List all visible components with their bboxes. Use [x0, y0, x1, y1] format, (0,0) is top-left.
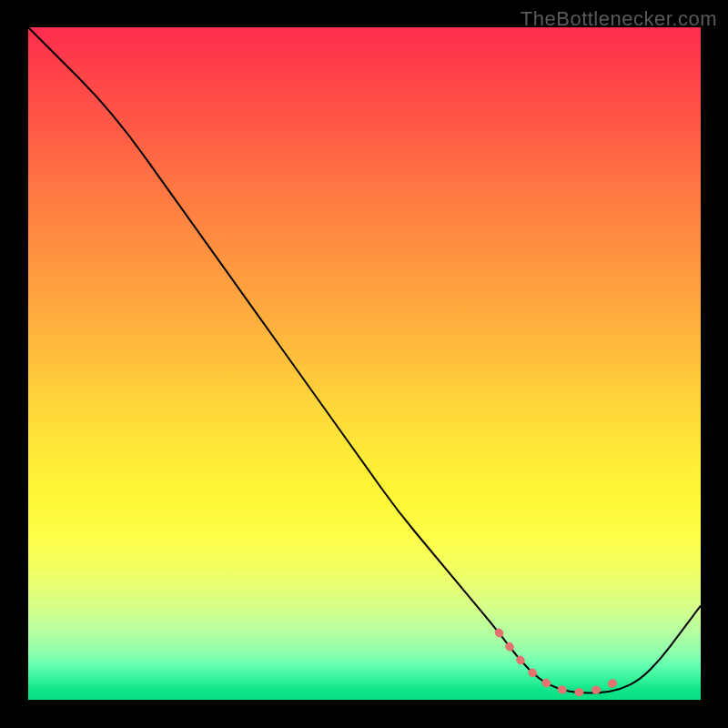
- optimal-range-marker: [499, 632, 620, 693]
- bottleneck-curve-svg: [28, 27, 701, 700]
- chart-plot-area: [27, 27, 701, 701]
- curve-path: [28, 27, 701, 693]
